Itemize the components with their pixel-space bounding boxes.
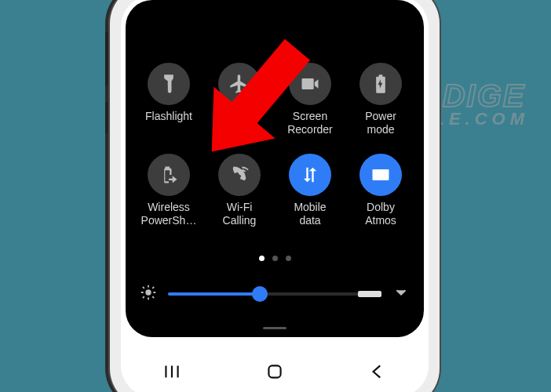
phone-screen: Flashlight Airplane mode Screen Recorder	[121, 0, 429, 392]
dolby-icon	[359, 154, 402, 196]
svg-rect-1	[373, 169, 389, 180]
airplane-icon	[218, 63, 261, 105]
tile-screen-recorder-label: Screen Recorder	[287, 110, 333, 136]
tile-wireless-powershare[interactable]: Wireless PowerSh…	[133, 154, 204, 227]
brightness-fill	[168, 292, 260, 296]
svg-rect-0	[168, 83, 170, 86]
flashlight-icon	[148, 63, 190, 105]
brightness-thumb[interactable]	[252, 286, 268, 302]
wifi-calling-icon	[218, 154, 261, 196]
battery-icon	[359, 63, 402, 105]
tile-dolby-atmos-label: Dolby Atmos	[365, 201, 396, 227]
tile-mobile-data-label: Mobile data	[294, 201, 326, 227]
tile-airplane-mode-label: Airplane mode	[219, 110, 259, 136]
navigation-bar	[121, 350, 429, 392]
tile-dolby-atmos[interactable]: Dolby Atmos	[345, 154, 416, 227]
page-dot-1	[259, 256, 265, 261]
brightness-slider[interactable]	[168, 292, 381, 296]
tile-wifi-calling-label: Wi-Fi Calling	[223, 201, 257, 227]
recents-button[interactable]	[162, 361, 182, 385]
panel-drag-handle[interactable]	[263, 327, 286, 329]
tile-flashlight-label: Flashlight	[145, 110, 192, 123]
page-dot-2	[272, 256, 278, 261]
quick-settings-grid: Flashlight Airplane mode Screen Recorder	[126, 63, 424, 227]
svg-point-2	[145, 289, 151, 295]
home-button[interactable]	[265, 361, 285, 385]
tile-power-mode[interactable]: Power mode	[345, 63, 416, 136]
tile-wireless-powershare-label: Wireless PowerSh…	[141, 201, 197, 227]
page-indicator[interactable]	[126, 256, 424, 261]
camera-icon	[289, 63, 331, 105]
stage: PRODIGE MOBILE.COM Flashlight	[0, 0, 551, 392]
page-dot-3	[286, 256, 291, 261]
tile-airplane-mode[interactable]: Airplane mode	[204, 63, 275, 136]
mobile-data-icon	[289, 154, 331, 196]
svg-rect-3	[268, 365, 280, 377]
tile-screen-recorder[interactable]: Screen Recorder	[275, 63, 345, 136]
brightness-auto-segment	[358, 291, 381, 297]
tile-flashlight[interactable]: Flashlight	[133, 63, 204, 136]
tile-mobile-data[interactable]: Mobile data	[275, 154, 345, 227]
back-button[interactable]	[367, 361, 388, 385]
brightness-icon	[140, 284, 157, 304]
phone-body: Flashlight Airplane mode Screen Recorder	[110, 0, 440, 392]
powershare-icon	[148, 154, 190, 196]
tile-power-mode-label: Power mode	[365, 110, 396, 136]
tile-wifi-calling[interactable]: Wi-Fi Calling	[204, 154, 275, 227]
quick-settings-panel[interactable]: Flashlight Airplane mode Screen Recorder	[126, 0, 424, 337]
expand-brightness-button[interactable]	[392, 284, 410, 304]
brightness-row	[140, 284, 410, 304]
